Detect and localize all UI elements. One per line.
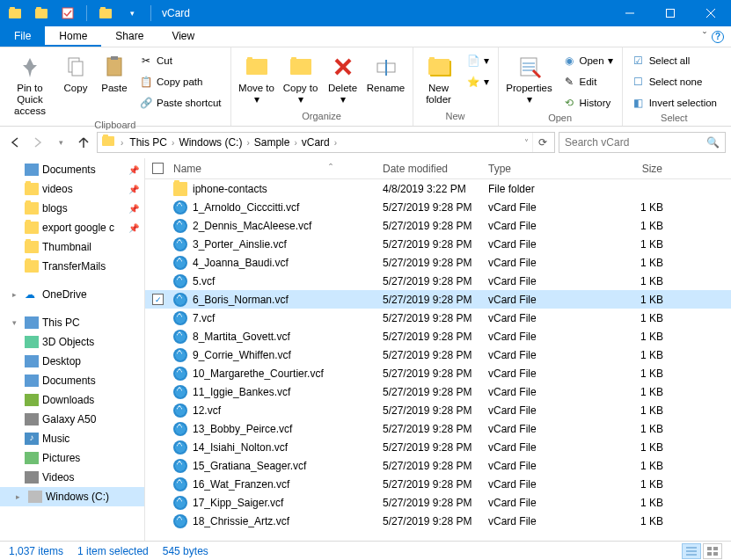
column-date[interactable]: Date modified <box>376 163 481 175</box>
file-row[interactable]: 7.vcf5/27/2019 9:28 PMvCard File1 KB <box>145 309 731 327</box>
qat-checkbox-icon[interactable] <box>58 4 77 23</box>
tab-share[interactable]: Share <box>101 26 157 47</box>
copy-to-button[interactable]: Copy to ▾ <box>281 51 321 107</box>
file-name: 7.vcf <box>193 312 215 324</box>
file-row[interactable]: 17_Kipp_Saiger.vcf5/27/2019 9:28 PMvCard… <box>145 493 731 512</box>
file-row[interactable]: iphone-contacts4/8/2019 3:22 PMFile fold… <box>145 179 731 198</box>
copy-button[interactable]: Copy <box>58 51 93 96</box>
tree-item[interactable]: TransferMails <box>0 257 144 276</box>
tree-item[interactable]: 3D Objects <box>0 332 144 352</box>
tab-view[interactable]: View <box>157 26 208 47</box>
rename-button[interactable]: Rename <box>365 51 407 96</box>
qat-folder-icon-2[interactable] <box>96 4 115 23</box>
breadcrumb-dropdown-icon[interactable]: ˅ <box>523 138 530 148</box>
copy-path-button[interactable]: 📋Copy path <box>135 72 225 91</box>
refresh-button[interactable]: ⟳ <box>532 133 552 152</box>
file-row[interactable]: 18_Chrissie_Artz.vcf5/27/2019 9:28 PMvCa… <box>145 512 731 530</box>
help-icon[interactable]: ? <box>712 31 724 43</box>
search-box[interactable]: 🔍 <box>559 132 726 153</box>
qat-dropdown-icon[interactable]: ▾ <box>122 4 142 23</box>
edit-button[interactable]: ✎Edit <box>559 72 617 91</box>
row-checkbox[interactable]: ✓ <box>152 294 164 305</box>
tree-item[interactable]: blogs📌 <box>0 199 144 218</box>
pin-quick-access-button[interactable]: Pin to Quick access <box>5 51 55 120</box>
chevron-right-icon[interactable]: › <box>119 138 125 148</box>
invert-selection-button[interactable]: ◧Invert selection <box>628 93 720 113</box>
breadcrumb-segment[interactable]: This PC <box>127 136 170 149</box>
tree-item[interactable]: Documents <box>0 371 144 390</box>
tree-item[interactable]: ▸Windows (C:) <box>0 487 144 506</box>
tree-item[interactable]: Desktop <box>0 352 144 371</box>
paste-button[interactable]: Paste <box>97 51 132 96</box>
open-button[interactable]: ◉Open ▾ <box>559 51 617 70</box>
tree-item[interactable]: export google c📌 <box>0 218 144 237</box>
properties-button[interactable]: Properties ▾ <box>504 51 555 107</box>
file-row[interactable]: 12.vcf5/27/2019 9:28 PMvCard File1 KB <box>145 401 731 419</box>
tree-item[interactable]: Thumbnail <box>0 237 144 257</box>
column-size[interactable]: Size <box>582 163 670 175</box>
file-row[interactable]: 4_Joanna_Baudi.vcf5/27/2019 9:28 PMvCard… <box>145 253 731 272</box>
file-row[interactable]: 9_Corrie_Whiffen.vcf5/27/2019 9:28 PMvCa… <box>145 345 731 364</box>
recent-dropdown-icon[interactable]: ▾ <box>51 133 70 152</box>
file-row[interactable]: 11_Iggie_Bankes.vcf5/27/2019 9:28 PMvCar… <box>145 382 731 401</box>
tree-this-pc[interactable]: ▾This PC <box>0 313 144 332</box>
column-headers[interactable]: Nameˆ Date modified Type Size <box>145 158 731 179</box>
file-row[interactable]: 14_Isiahi_Nolton.vcf5/27/2019 9:28 PMvCa… <box>145 438 731 456</box>
tree-item[interactable]: Videos <box>0 468 144 487</box>
file-row[interactable]: ✓6_Boris_Norman.vcf5/27/2019 9:28 PMvCar… <box>145 290 731 309</box>
minimize-button[interactable] <box>610 0 650 26</box>
breadcrumb[interactable]: › This PC›Windows (C:)›Sample›vCard› ˅ ⟳ <box>97 132 555 153</box>
tab-home[interactable]: Home <box>45 26 101 47</box>
navigation-tree[interactable]: Documents📌videos📌blogs📌export google c📌T… <box>0 158 145 541</box>
qat-item-1[interactable] <box>32 4 51 23</box>
tab-file[interactable]: File <box>0 26 45 47</box>
close-button[interactable] <box>691 0 731 26</box>
search-input[interactable] <box>565 136 706 149</box>
breadcrumb-segment[interactable]: Sample <box>252 136 293 149</box>
cut-button[interactable]: ✂Cut <box>135 51 225 70</box>
maximize-button[interactable] <box>650 0 691 26</box>
history-button[interactable]: ⟲History <box>559 93 617 113</box>
file-row[interactable]: 13_Bobby_Peirce.vcf5/27/2019 9:28 PMvCar… <box>145 419 731 438</box>
collapse-ribbon-icon[interactable]: ˇ <box>703 31 706 43</box>
easy-access-button[interactable]: ⭐▾ <box>463 72 493 91</box>
breadcrumb-segment[interactable]: vCard <box>299 136 333 149</box>
new-item-button[interactable]: 📄▾ <box>463 51 493 70</box>
new-folder-button[interactable]: New folder <box>419 51 459 107</box>
back-button[interactable] <box>5 133 25 152</box>
tree-onedrive[interactable]: ▸☁OneDrive <box>0 285 144 304</box>
chevron-right-icon[interactable]: › <box>333 138 339 148</box>
select-all-checkbox[interactable] <box>152 163 164 174</box>
file-row[interactable]: 3_Porter_Ainslie.vcf5/27/2019 9:28 PMvCa… <box>145 235 731 253</box>
file-row[interactable]: 16_Wat_Franzen.vcf5/27/2019 9:28 PMvCard… <box>145 475 731 493</box>
tree-item[interactable]: Downloads <box>0 390 144 410</box>
column-type[interactable]: Type <box>481 163 582 175</box>
file-row[interactable]: 5.vcf5/27/2019 9:28 PMvCard File1 KB <box>145 272 731 290</box>
file-row[interactable]: 1_Arnoldo_Cicccitti.vcf5/27/2019 9:28 PM… <box>145 198 731 216</box>
breadcrumb-segment[interactable]: Windows (C:) <box>176 136 245 149</box>
file-list[interactable]: Nameˆ Date modified Type Size iphone-con… <box>145 158 731 541</box>
select-all-button[interactable]: ☑Select all <box>628 51 720 70</box>
delete-button[interactable]: Delete ▾ <box>325 51 362 107</box>
file-row[interactable]: 15_Gratiana_Seager.vcf5/27/2019 9:28 PMv… <box>145 456 731 475</box>
tree-item[interactable]: ♪Music <box>0 429 144 448</box>
chevron-right-icon[interactable]: › <box>245 138 251 148</box>
thumbnails-view-button[interactable] <box>703 543 722 559</box>
file-row[interactable]: 8_Martita_Govett.vcf5/27/2019 9:28 PMvCa… <box>145 327 731 345</box>
tree-item[interactable]: videos📌 <box>0 179 144 199</box>
paste-shortcut-button[interactable]: 🔗Paste shortcut <box>135 93 225 113</box>
tree-item[interactable]: Pictures <box>0 448 144 468</box>
forward-button[interactable] <box>28 133 48 152</box>
select-none-button[interactable]: ☐Select none <box>628 72 720 91</box>
tree-item[interactable]: Documents📌 <box>0 160 144 179</box>
chevron-right-icon[interactable]: › <box>292 138 298 148</box>
tree-item[interactable]: Galaxy A50 <box>0 410 144 429</box>
search-icon[interactable]: 🔍 <box>706 136 720 149</box>
file-row[interactable]: 2_Dennis_MacAleese.vcf5/27/2019 9:28 PMv… <box>145 216 731 235</box>
file-row[interactable]: 10_Margarethe_Courtier.vcf5/27/2019 9:28… <box>145 364 731 382</box>
move-to-button[interactable]: Move to ▾ <box>237 51 277 107</box>
breadcrumb-root-icon[interactable] <box>99 136 117 149</box>
details-view-button[interactable] <box>682 543 701 559</box>
up-button[interactable] <box>74 133 93 152</box>
column-name[interactable]: Nameˆ <box>166 163 376 175</box>
